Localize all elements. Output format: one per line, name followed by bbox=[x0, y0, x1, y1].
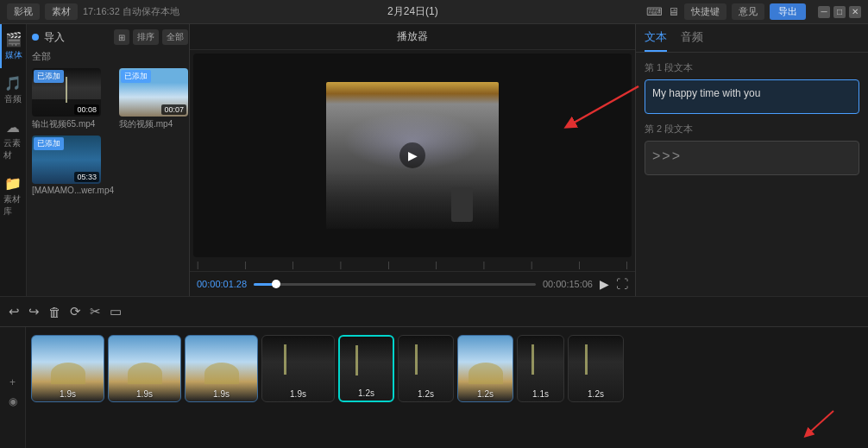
list-item[interactable]: 已添加 00:07 我的视频.mp4 bbox=[119, 68, 188, 130]
import-label: 导入 bbox=[44, 30, 65, 45]
right-panel: 文本 音频 第 1 段文本 My happy time with you 第 2… bbox=[635, 24, 868, 296]
sidebar-item-label-cloud: 云素材 bbox=[3, 137, 22, 161]
right-content: 第 1 段文本 My happy time with you 第 2 段文本 >… bbox=[636, 53, 868, 296]
track-clip[interactable]: 1.2s bbox=[457, 335, 513, 402]
duration-label: 05:33 bbox=[74, 172, 99, 182]
list-item[interactable]: 已添加 05:33 [MAMAMO...wer.mp4 bbox=[32, 136, 114, 195]
track-clip[interactable]: 1.9s bbox=[108, 335, 181, 402]
player-controls: 00:00:01.28 00:00:15:06 ▶ ⛶ bbox=[190, 271, 635, 296]
lib-icon: 📁 bbox=[4, 175, 22, 192]
more-btn[interactable]: ▭ bbox=[110, 304, 122, 319]
player-figure bbox=[451, 187, 473, 222]
export-btn[interactable]: 导出 bbox=[770, 3, 806, 20]
track-clip[interactable]: 1.9s bbox=[31, 335, 104, 402]
loop-btn[interactable]: ⟳ bbox=[70, 304, 81, 319]
import-header: 导入 ⊞ 排序 全部 bbox=[32, 29, 188, 45]
redo-btn[interactable]: ↪ bbox=[28, 304, 40, 319]
sky-hill bbox=[469, 363, 503, 384]
full-btn[interactable]: 全部 bbox=[162, 29, 188, 45]
svg-line-1 bbox=[808, 411, 833, 434]
cut-btn[interactable]: ✂ bbox=[90, 304, 101, 319]
track-clip[interactable]: 1.2s bbox=[338, 335, 394, 402]
track-row: 1.9s 1.9s 1.9s 1.9s 1.2s bbox=[31, 334, 863, 403]
clip-duration: 1.2s bbox=[418, 389, 434, 399]
minimize-btn[interactable]: ─ bbox=[818, 6, 830, 18]
left-panel-inner: 🎬 媒体 🎵 音频 ☁ 云素材 📁 素材库 bbox=[0, 24, 189, 296]
status-badge: 已添加 bbox=[34, 137, 64, 150]
material-btn[interactable]: 素材 bbox=[45, 3, 78, 20]
text-dots: >>> bbox=[652, 148, 682, 163]
track-clip[interactable]: 1.2s bbox=[568, 335, 624, 402]
clip-duration: 1.2s bbox=[588, 389, 604, 399]
sky-hill bbox=[51, 363, 85, 384]
feedback-btn[interactable]: 意见 bbox=[732, 3, 764, 20]
text-input-1[interactable]: My happy time with you bbox=[645, 79, 859, 114]
main-area: 🎬 媒体 🎵 音频 ☁ 云素材 📁 素材库 bbox=[0, 24, 868, 296]
timeline-area: + ◉ 1.9s 1.9s 1.9s 1.9s bbox=[0, 327, 868, 448]
list-item[interactable]: 已添加 00:08 输出视频65.mp4 bbox=[32, 68, 114, 130]
sidebar-item-audio[interactable]: 🎵 音频 bbox=[0, 68, 26, 112]
sidebar-item-lib[interactable]: 📁 素材库 bbox=[0, 168, 26, 224]
play-overlay-btn[interactable]: ▶ bbox=[399, 142, 425, 168]
player-area: ▶ bbox=[193, 54, 632, 257]
top-bar-right: ⌨ 🖥 快捷键 意见 导出 ─ □ ✕ bbox=[646, 3, 861, 20]
clip-duration: 1.2s bbox=[358, 388, 374, 398]
clip-duration: 1.9s bbox=[60, 389, 76, 399]
grid-view-btn[interactable]: ⊞ bbox=[114, 29, 129, 45]
left-content: 导入 ⊞ 排序 全部 全部 已添加 00:08 bbox=[27, 24, 193, 296]
all-label: 全部 bbox=[32, 50, 188, 63]
shortcut-btn[interactable]: 快捷键 bbox=[684, 3, 726, 20]
undo-btn[interactable]: ↩ bbox=[9, 304, 20, 319]
close-btn[interactable]: ✕ bbox=[849, 6, 861, 18]
media-btn[interactable]: 影视 bbox=[7, 3, 40, 20]
tab-text[interactable]: 文本 bbox=[645, 29, 667, 52]
sort-btn[interactable]: 排序 bbox=[133, 29, 159, 45]
media-grid: 已添加 00:08 输出视频65.mp4 已添加 00:07 我的视频.mp4 bbox=[32, 68, 188, 195]
timeline-layer-icon[interactable]: ◉ bbox=[9, 395, 17, 407]
total-time: 00:00:15:06 bbox=[543, 279, 593, 289]
concert-light bbox=[585, 344, 588, 375]
track-clip[interactable]: 1.2s bbox=[398, 335, 454, 402]
media-name: 输出视频65.mp4 bbox=[32, 118, 114, 130]
media-icon: 🎬 bbox=[5, 31, 22, 47]
concert-light bbox=[284, 344, 286, 375]
clip-duration: 1.2s bbox=[477, 389, 494, 399]
maximize-btn[interactable]: □ bbox=[833, 6, 846, 18]
playback-timeline[interactable] bbox=[254, 283, 536, 286]
audio-icon: 🎵 bbox=[4, 75, 22, 91]
fullscreen-btn[interactable]: ⛶ bbox=[616, 277, 628, 291]
text-input-2[interactable]: >>> bbox=[645, 141, 859, 175]
center-panel: 播放器 ▶ | | | | | | | | | | 00:00:01.28 bbox=[190, 24, 635, 296]
player-title: 播放器 bbox=[190, 24, 635, 50]
top-bar-left: 影视 素材 17:16:32 自动保存本地 bbox=[7, 3, 179, 20]
play-button[interactable]: ▶ bbox=[600, 277, 609, 291]
keyboard-icon[interactable]: ⌨ bbox=[646, 5, 663, 18]
left-panel: 🎬 媒体 🎵 音频 ☁ 云素材 📁 素材库 bbox=[0, 24, 190, 296]
timeline-arrow bbox=[799, 407, 842, 444]
section2-label: 第 2 段文本 bbox=[645, 123, 859, 136]
status-badge: 已添加 bbox=[121, 70, 151, 83]
tab-audio[interactable]: 音频 bbox=[681, 29, 703, 52]
sidebar-item-media[interactable]: 🎬 媒体 bbox=[0, 24, 26, 68]
duration-label: 00:07 bbox=[161, 104, 186, 115]
duration-label: 00:08 bbox=[74, 104, 99, 115]
track-clip[interactable]: 1.9s bbox=[261, 335, 335, 402]
timeline-left: + ◉ bbox=[0, 327, 26, 448]
timeline-add-icon[interactable]: + bbox=[9, 376, 16, 388]
track-clip[interactable]: 1.1s bbox=[517, 335, 564, 402]
media-name: [MAMAMO...wer.mp4 bbox=[32, 186, 114, 195]
top-bar: 影视 素材 17:16:32 自动保存本地 2月24日(1) ⌨ 🖥 快捷键 意… bbox=[0, 0, 868, 24]
top-bar-title: 2月24日(1) bbox=[186, 4, 639, 19]
import-dot bbox=[32, 34, 39, 41]
clip-duration: 1.1s bbox=[532, 389, 549, 399]
timeline-thumb bbox=[272, 280, 280, 288]
cloud-icon: ☁ bbox=[6, 119, 20, 136]
delete-btn[interactable]: 🗑 bbox=[48, 305, 61, 319]
media-name: 我的视频.mp4 bbox=[119, 118, 188, 130]
track-clip[interactable]: 1.9s bbox=[185, 335, 258, 402]
sidebar-item-label-media: 媒体 bbox=[5, 49, 22, 61]
sidebar-item-label-audio: 音频 bbox=[4, 93, 22, 105]
bottom-toolbar: ↩ ↪ 🗑 ⟳ ✂ ▭ bbox=[0, 296, 868, 327]
sidebar-item-cloud[interactable]: ☁ 云素材 bbox=[0, 112, 26, 168]
screen-icon[interactable]: 🖥 bbox=[668, 5, 679, 18]
